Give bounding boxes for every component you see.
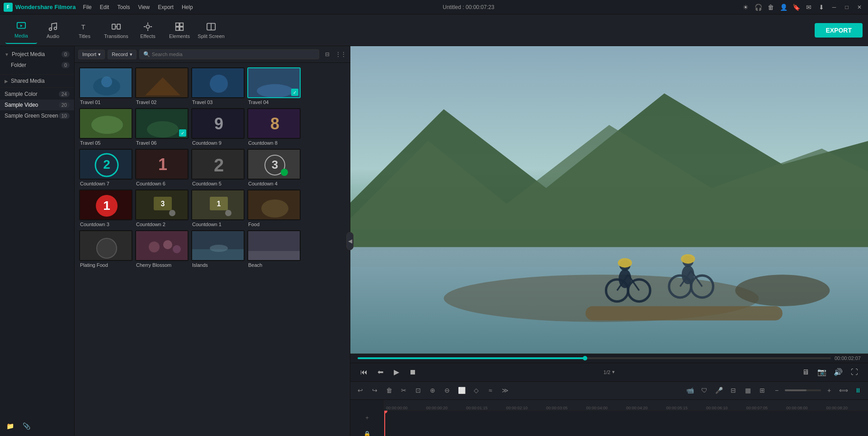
notification-icon[interactable]: ☀ xyxy=(741,2,750,12)
plus-icon[interactable]: + xyxy=(823,384,835,397)
screenshot-tl-button[interactable]: ⬜ xyxy=(455,384,468,397)
media-item-islands[interactable]: Islands xyxy=(191,230,245,269)
zoom-slider[interactable] xyxy=(785,389,821,391)
grid-view-icon[interactable]: ⋮⋮ xyxy=(335,49,346,60)
cut-button[interactable]: ✂ xyxy=(397,384,410,397)
delete-button[interactable]: 🗑 xyxy=(383,384,396,397)
mic-icon[interactable]: 🎤 xyxy=(712,384,725,397)
tool-transitions[interactable]: Transitions xyxy=(100,17,132,44)
user-icon[interactable]: 👤 xyxy=(778,2,788,12)
progress-track[interactable] xyxy=(358,357,831,359)
zoom-in-button[interactable]: ⊕ xyxy=(426,384,439,397)
panel-collapse-handle[interactable]: ◀ xyxy=(346,232,354,250)
media-item-beach[interactable]: Beach xyxy=(247,230,302,269)
trash-icon[interactable]: 🗑 xyxy=(766,2,776,12)
media-item-plating[interactable]: Plating Food xyxy=(79,230,133,269)
media-item-countdown1[interactable]: 1 Countdown 1 xyxy=(191,190,245,228)
media-item-travel04[interactable]: ✓ Travel 04 xyxy=(247,67,302,106)
export-button[interactable]: EXPORT xyxy=(815,23,863,38)
media-item-travel01[interactable]: Travel 01 xyxy=(79,67,133,106)
bookmark-icon[interactable]: 🔖 xyxy=(791,2,801,12)
media-item-countdown2[interactable]: 3 Countdown 2 xyxy=(135,190,189,228)
panel-item-sample-video[interactable]: Sample Video 20 xyxy=(0,100,74,110)
record-dropdown[interactable]: Record ▾ xyxy=(108,50,136,59)
tool-media[interactable]: Media xyxy=(5,17,37,44)
tool-audio[interactable]: Audio xyxy=(37,17,69,44)
menu-tools[interactable]: Tools xyxy=(113,3,133,11)
timeline-right-tools: 📹 🛡 🎤 ⊟ ▦ ⊞ − + ⟺ ⏸ xyxy=(684,384,864,397)
svg-point-47 xyxy=(169,210,175,216)
media-item-cherry[interactable]: Cherry Blossom xyxy=(135,230,189,269)
search-input[interactable] xyxy=(152,52,315,57)
menu-view[interactable]: View xyxy=(134,3,153,11)
media-item-countdown6[interactable]: 1 Countdown 6 xyxy=(135,149,189,188)
camera-tl-icon[interactable]: 📹 xyxy=(684,384,696,397)
minus-icon[interactable]: − xyxy=(770,384,783,397)
headphone-icon[interactable]: 🎧 xyxy=(753,2,763,12)
snap-icon[interactable]: ⊟ xyxy=(727,384,740,397)
media-item-food[interactable]: Food xyxy=(247,190,302,228)
volume-icon[interactable]: 🔊 xyxy=(832,366,844,379)
media-item-travel06[interactable]: ✓ Travel 06 xyxy=(135,108,189,147)
crop-button[interactable]: ⊡ xyxy=(412,384,425,397)
monitor-icon[interactable]: 🖥 xyxy=(799,366,812,379)
panel-item-sample-color[interactable]: Sample Color 24 xyxy=(0,89,74,100)
fullscreen-icon[interactable]: ⛶ xyxy=(848,366,861,379)
ruler-mark-8: 00:00:06:10 xyxy=(706,406,746,410)
fit-icon[interactable]: ⟺ xyxy=(837,384,850,397)
tool-effects[interactable]: Effects xyxy=(132,17,164,44)
tool-titles[interactable]: T Titles xyxy=(69,17,100,44)
shield-icon[interactable]: 🛡 xyxy=(698,384,711,397)
speed-button[interactable]: ≫ xyxy=(499,384,511,397)
media-item-travel02[interactable]: Travel 02 xyxy=(135,67,189,106)
import-dropdown[interactable]: Import ▾ xyxy=(78,50,105,59)
media-item-countdown9[interactable]: 9 Countdown 9 xyxy=(191,108,245,147)
add-folder-icon[interactable]: 📁 xyxy=(4,420,16,432)
add-track-icon[interactable]: + xyxy=(363,413,372,422)
media-item-countdown7[interactable]: 2 Countdown 7 xyxy=(79,149,133,188)
download-icon[interactable]: ⬇ xyxy=(816,2,826,12)
panel-item-sample-green-screen[interactable]: Sample Green Screen 10 xyxy=(0,110,74,121)
tool-split-screen[interactable]: Split Screen xyxy=(195,17,227,44)
panel-item-project-media[interactable]: ▼ Project Media 0 xyxy=(0,49,74,60)
close-button[interactable]: ✕ xyxy=(854,2,864,12)
lock-icon[interactable]: 🔒 xyxy=(363,430,372,436)
page-dropdown-arrow[interactable]: ▾ xyxy=(612,369,615,375)
frame-back-button[interactable]: ⬅ xyxy=(374,366,387,379)
panel-item-shared-media[interactable]: ▶ Shared Media xyxy=(0,76,74,86)
menu-help[interactable]: Help xyxy=(178,3,197,11)
filter-icon[interactable]: ⊟ xyxy=(322,49,333,60)
screenshot-icon[interactable]: 📷 xyxy=(816,366,828,379)
minimize-button[interactable]: ─ xyxy=(829,2,839,12)
svg-point-85 xyxy=(681,254,695,264)
media-item-travel03[interactable]: Travel 03 xyxy=(191,67,245,106)
tool-elements[interactable]: Elements xyxy=(164,17,195,44)
keyframe-button[interactable]: ◇ xyxy=(470,384,482,397)
menu-export[interactable]: Export xyxy=(154,3,177,11)
skip-back-button[interactable]: ⏮ xyxy=(358,366,370,379)
zoom-out-button[interactable]: ⊖ xyxy=(441,384,453,397)
media-item-countdown4[interactable]: 3 Countdown 4 xyxy=(247,149,302,188)
add-media-icon[interactable]: 📎 xyxy=(20,420,33,432)
menu-edit[interactable]: Edit xyxy=(96,3,113,11)
pause-tl-button[interactable]: ⏸ xyxy=(852,384,864,397)
preview-time: 00:00:02:07 xyxy=(835,355,861,361)
audio-adjust-button[interactable]: ≈ xyxy=(484,384,497,397)
media-item-countdown8[interactable]: 8 Countdown 8 xyxy=(247,108,302,147)
play-button[interactable]: ▶ xyxy=(390,366,403,379)
media-item-travel05[interactable]: Travel 05 xyxy=(79,108,133,147)
mail-icon[interactable]: ✉ xyxy=(804,2,814,12)
stop-button[interactable]: ⏹ xyxy=(406,366,419,379)
preview-progress-bar: 00:00:02:07 xyxy=(350,354,868,363)
redo-button[interactable]: ↪ xyxy=(368,384,381,397)
layout-icon[interactable]: ▦ xyxy=(741,384,754,397)
menu-file[interactable]: File xyxy=(79,3,95,11)
undo-button[interactable]: ↩ xyxy=(354,384,367,397)
maximize-button[interactable]: □ xyxy=(842,2,852,12)
split2-icon[interactable]: ⊞ xyxy=(756,384,769,397)
panel-item-folder[interactable]: Folder 0 xyxy=(0,60,74,71)
ruler-marks: 00:00:00:00 00:00:00:20 00:00:01:15 00:0… xyxy=(384,400,868,410)
search-box[interactable]: 🔍 xyxy=(139,49,319,59)
media-item-countdown3[interactable]: 1 Countdown 3 xyxy=(79,190,133,228)
media-item-countdown5[interactable]: 2 Countdown 5 xyxy=(191,149,245,188)
